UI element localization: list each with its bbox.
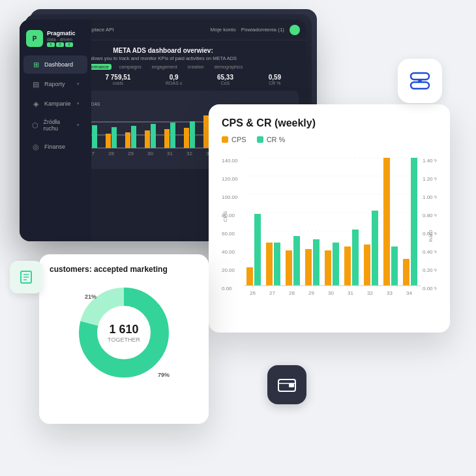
svg-text:26: 26 — [250, 290, 256, 296]
svg-rect-10 — [131, 126, 136, 148]
donut-title: customers: accepted marketing — [50, 265, 198, 274]
svg-text:0.20 %: 0.20 % — [423, 267, 437, 273]
svg-rect-65 — [313, 239, 320, 286]
logo-subtitle: data - driven — [47, 37, 76, 42]
svg-rect-64 — [305, 249, 312, 286]
pct-21: 21% — [85, 293, 97, 300]
logo-badge-2: X — [56, 42, 64, 47]
kpi-roas: 0,9 ROAS x — [166, 74, 182, 85]
sidebar-label-zrodla: Źródła ruchu — [44, 119, 73, 132]
svg-rect-6 — [92, 125, 97, 148]
svg-rect-12 — [151, 124, 156, 148]
donut-center-label: TOGETHER — [108, 336, 140, 343]
logo-icon: P — [26, 30, 43, 47]
tab-creation[interactable]: creation — [185, 64, 207, 70]
zrodla-icon: ⬡ — [31, 121, 40, 130]
svg-text:0.00 %: 0.00 % — [423, 286, 437, 291]
svg-rect-58 — [246, 267, 253, 286]
sidebar-item-dashboard[interactable]: ⊞ Dashboard — [23, 55, 87, 74]
svg-text:40.00: 40.00 — [222, 249, 235, 255]
svg-rect-93 — [411, 82, 429, 89]
kpi-costs: 7 759,51 costs — [105, 74, 130, 85]
svg-rect-9 — [125, 132, 130, 148]
cps-card: CPS & CR (weekly) CPS CR % 0.00 20.00 40… — [209, 104, 450, 333]
cps-legend: CPS CR % — [222, 136, 437, 143]
kpi-cos-value: 65,33 — [217, 74, 233, 81]
svg-rect-17 — [203, 115, 209, 148]
svg-text:CPS: CPS — [222, 211, 228, 222]
sidebar-label-finanse: Finanse — [44, 143, 65, 150]
donut-center-value: 1 610 — [108, 323, 140, 336]
cps-label: CPS — [231, 136, 246, 143]
kpi-costs-value: 7 759,51 — [105, 74, 130, 81]
svg-text:32: 32 — [186, 151, 192, 156]
kpi-cos-label: CoS — [217, 81, 233, 85]
topnav-powiadomienia[interactable]: Powiadomienia (1) — [241, 27, 284, 33]
svg-rect-70 — [364, 245, 370, 286]
svg-rect-63 — [293, 236, 300, 286]
tab-campaigns[interactable]: campaigns — [117, 64, 144, 70]
tab-demographics[interactable]: demographics — [212, 64, 246, 70]
teal-widget — [10, 261, 42, 293]
svg-rect-15 — [184, 128, 189, 148]
svg-text:1.00 %: 1.00 % — [423, 194, 437, 200]
svg-text:31: 31 — [348, 290, 353, 296]
logo-text: Pragmatic — [47, 30, 76, 37]
svg-rect-8 — [112, 127, 117, 148]
logo-badge-1: X — [47, 42, 55, 47]
svg-rect-75 — [411, 158, 417, 286]
svg-rect-60 — [266, 243, 273, 286]
tab-engagement[interactable]: engagement — [149, 64, 180, 70]
svg-text:CR%: CR% — [428, 230, 434, 243]
cps-title: CPS & CR (weekly) — [222, 117, 437, 129]
sidebar-item-finanse[interactable]: ◎ Finanse — [23, 138, 87, 156]
svg-rect-73 — [391, 246, 398, 286]
sidebar-item-raporty[interactable]: ▤ Raporty ▾ — [23, 75, 87, 93]
logo-badges: X X X — [47, 42, 76, 47]
svg-text:20.00: 20.00 — [222, 267, 235, 273]
pct-79: 79% — [158, 372, 170, 378]
blue-widget — [398, 59, 442, 103]
kpi-cr-value: 0,59 — [269, 74, 281, 81]
sidebar-logo: P Pragmatic data - driven X X X — [20, 25, 91, 52]
cr-label: CR % — [267, 136, 286, 143]
donut-center: 1 610 TOGETHER — [108, 323, 140, 343]
sidebar-item-kampanie[interactable]: ◈ Kampanie ▾ — [23, 95, 87, 113]
svg-text:1.20 %: 1.20 % — [423, 176, 437, 182]
dark-widget — [267, 365, 306, 404]
svg-text:28: 28 — [108, 151, 114, 156]
svg-text:0.00: 0.00 — [222, 286, 232, 291]
svg-rect-71 — [372, 211, 378, 286]
sidebar-label-kampanie: Kampanie — [44, 100, 71, 107]
svg-rect-11 — [145, 130, 150, 148]
svg-rect-62 — [286, 250, 292, 286]
cps-dot — [222, 136, 228, 143]
svg-rect-59 — [254, 214, 261, 286]
sidebar-item-zrodla[interactable]: ⬡ Źródła ruchu ▾ — [23, 114, 87, 136]
document-icon — [18, 269, 34, 285]
kpi-roas-value: 0,9 — [166, 74, 182, 81]
topnav-moje-konto[interactable]: Moje konto — [211, 27, 236, 33]
cps-svg-chart: 0.00 20.00 40.00 60.00 80.00 100.00 120.… — [222, 151, 437, 314]
svg-rect-92 — [411, 73, 429, 80]
svg-rect-74 — [403, 259, 409, 286]
logo-badge-3: X — [65, 42, 73, 47]
cps-legend-cps: CPS — [222, 136, 246, 143]
sidebar: P Pragmatic data - driven X X X ⊞ Dashbo… — [20, 20, 91, 241]
cps-legend-cr: CR % — [257, 136, 286, 143]
svg-text:34: 34 — [406, 290, 412, 296]
avatar — [290, 25, 300, 35]
topnav-right: Moje konto Powiadomienia (1) — [211, 25, 300, 35]
svg-text:100.00: 100.00 — [222, 194, 238, 200]
svg-text:30: 30 — [147, 151, 153, 156]
svg-rect-97 — [289, 383, 294, 387]
infinity-icon — [408, 69, 432, 93]
svg-text:30: 30 — [328, 290, 334, 296]
kampanie-chevron: ▾ — [77, 101, 80, 106]
svg-text:140.00: 140.00 — [222, 158, 238, 164]
svg-rect-68 — [344, 246, 351, 286]
svg-text:32: 32 — [367, 290, 373, 296]
donut-container: 1 610 TOGETHER 21% 79% — [72, 280, 176, 385]
kpi-cr-label: CR % — [269, 81, 281, 85]
kpi-cr: 0,59 CR % — [269, 74, 281, 85]
